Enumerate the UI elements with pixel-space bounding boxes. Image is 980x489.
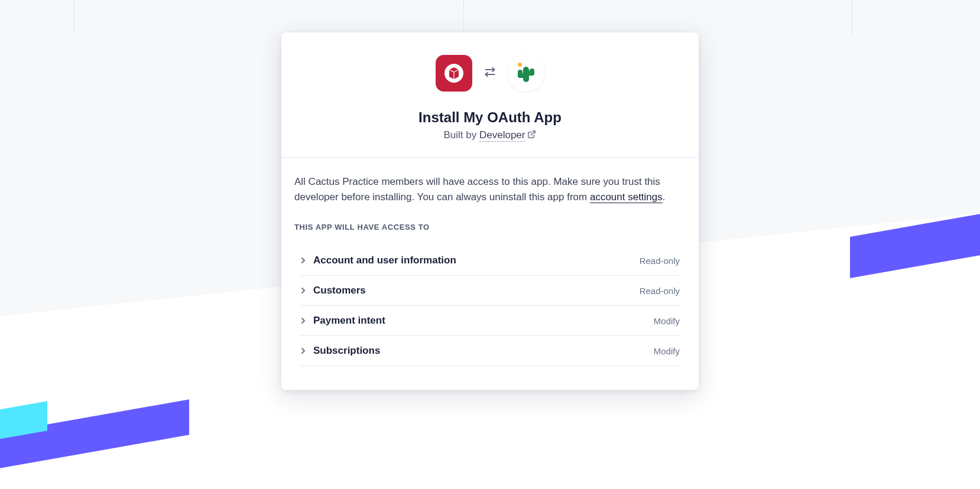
chevron-right-icon [300,348,306,354]
oauth-install-card: Install My OAuth App Built by Developer … [281,32,699,390]
permissions-list: Account and user information Read-only C… [294,246,686,366]
chevron-right-icon [300,318,306,324]
permission-row[interactable]: Account and user information Read-only [300,246,680,276]
permission-name: Subscriptions [313,345,654,357]
permission-name: Account and user information [313,255,640,266]
account-settings-link[interactable]: account settings [590,191,663,203]
description-suffix: . [663,191,666,203]
cactus-icon [514,61,538,85]
swap-arrows-icon [484,66,496,80]
box-icon [442,61,466,85]
permission-level: Modify [654,316,680,326]
organization-logo [508,55,544,92]
permissions-section-label: THIS APP WILL HAVE ACCESS TO [294,223,686,232]
card-body: All Cactus Practice members will have ac… [281,158,699,390]
chevron-right-icon [300,257,306,263]
permission-row[interactable]: Subscriptions Modify [300,336,680,366]
svg-line-1 [531,131,536,135]
permission-row[interactable]: Customers Read-only [300,276,680,306]
permission-level: Modify [654,346,680,356]
guide-line [463,0,464,34]
page-title: Install My OAuth App [293,109,687,126]
chevron-right-icon [300,288,306,294]
install-description: All Cactus Practice members will have ac… [294,174,686,206]
card-footer-divider [281,390,699,390]
permission-name: Customers [313,285,640,296]
card-header: Install My OAuth App Built by Developer [281,32,699,158]
permission-level: Read-only [640,286,680,296]
external-link-icon [527,130,536,142]
guide-line [852,0,852,34]
permission-level: Read-only [640,256,680,266]
built-by-line: Built by Developer [293,129,687,142]
built-by-prefix: Built by [444,129,479,141]
guide-line [74,0,74,34]
permission-name: Payment intent [313,315,654,327]
logo-row [293,55,687,92]
developer-link[interactable]: Developer [479,129,525,142]
permission-row[interactable]: Payment intent Modify [300,306,680,336]
app-logo [436,55,472,92]
